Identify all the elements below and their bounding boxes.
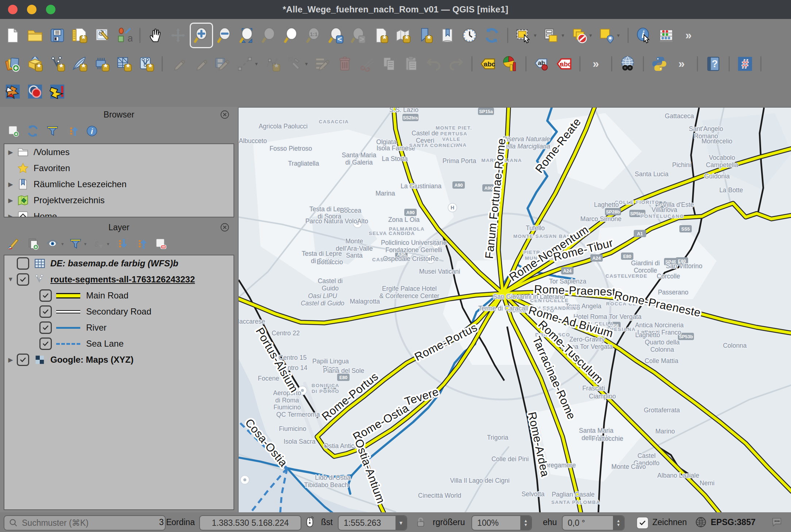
statistical-summary-button[interactable] bbox=[656, 24, 677, 47]
disclosure-arrow-icon[interactable]: ▼ bbox=[4, 276, 17, 283]
legend-item-sea-lane[interactable]: Sea Lane bbox=[4, 336, 234, 352]
layer-item-route-segments-all-1763126243232[interactable]: ▼route-segments-all-1763126243232 bbox=[4, 271, 234, 288]
browser-item--volumes[interactable]: ▶/Volumes bbox=[4, 144, 234, 160]
zoom-full-button[interactable] bbox=[236, 24, 258, 47]
pan-map-button[interactable] bbox=[145, 24, 166, 47]
manage-map-themes-button[interactable] bbox=[45, 236, 61, 252]
deselect-features-dropdown-arrow[interactable]: ▾ bbox=[589, 24, 595, 47]
rotation-spinbox[interactable]: 0,0 ° ▲▼ bbox=[562, 515, 625, 531]
layer-labeling-options-button[interactable]: abc bbox=[477, 52, 498, 76]
data-source-manager-button[interactable] bbox=[2, 52, 23, 76]
map-canvas[interactable]: SS2bisSP15aA90A90A90A90A24A24E80A1SP28bS… bbox=[238, 107, 791, 513]
render-checkbox[interactable] bbox=[636, 517, 649, 529]
magnifier-spinbox[interactable]: 100% ▲▼ bbox=[471, 515, 532, 531]
toolbar-overflow-button[interactable]: » bbox=[678, 24, 699, 47]
plugins-overflow-button[interactable]: » bbox=[671, 52, 692, 76]
zoom-last-button[interactable]: < bbox=[325, 24, 347, 47]
python-console-button[interactable] bbox=[649, 52, 670, 76]
messages-icon[interactable] bbox=[771, 516, 783, 528]
show-spatial-bookmarks-button[interactable]: * bbox=[392, 24, 413, 47]
plugin-shape-digitizing-button[interactable] bbox=[2, 80, 23, 103]
close-window-button[interactable] bbox=[8, 5, 18, 14]
browser-filter-button[interactable] bbox=[45, 123, 61, 139]
legend-item-main-road[interactable]: Main Road bbox=[4, 288, 234, 304]
select-features-dropdown-arrow[interactable]: ▾ bbox=[534, 24, 540, 47]
scale-lock-icon[interactable] bbox=[414, 516, 427, 528]
filter-legend-button[interactable] bbox=[67, 236, 84, 252]
metasearch-button[interactable] bbox=[617, 52, 638, 76]
browser-item-r-umliche-lesezeichen[interactable]: ▶Räumliche Lesezeichen bbox=[4, 176, 234, 192]
legend-visibility-checkbox[interactable] bbox=[39, 305, 52, 318]
manage-map-themes-dropdown-arrow[interactable]: ▾ bbox=[61, 241, 64, 247]
legend-visibility-checkbox[interactable] bbox=[39, 289, 52, 302]
open-layer-styling-button[interactable] bbox=[5, 236, 21, 252]
legend-item-river[interactable]: River bbox=[4, 320, 234, 336]
browser-item-projektverzeichnis[interactable]: ▶Projektverzeichnis bbox=[4, 192, 234, 208]
bookmark-manager-button[interactable]: * bbox=[414, 24, 436, 47]
filter-by-expression-button[interactable]: ε bbox=[90, 236, 106, 252]
new-spatial-bookmark-button[interactable]: * bbox=[370, 24, 391, 47]
add-group-button[interactable] bbox=[25, 236, 41, 252]
layer-item-google-maps-xyz-[interactable]: ▶Google: Maps (XYZ) bbox=[4, 352, 234, 368]
layers-close-icon[interactable] bbox=[220, 222, 230, 232]
layer-visibility-checkbox[interactable] bbox=[17, 257, 29, 270]
rotation-spinner-buttons[interactable]: ▲▼ bbox=[613, 516, 624, 530]
plugin-set-theory-button[interactable] bbox=[24, 80, 46, 103]
select-by-location-button[interactable] bbox=[596, 24, 617, 47]
pin-labels-button[interactable]: ab bbox=[531, 52, 552, 76]
new-spatialite-layer-button[interactable]: * bbox=[69, 52, 90, 76]
disclosure-arrow-icon[interactable]: ▶ bbox=[4, 149, 17, 156]
magnifier-spinner-buttons[interactable]: ▲▼ bbox=[520, 516, 531, 530]
legend-item-secondary-road[interactable]: Secondary Road bbox=[4, 304, 234, 320]
select-features-button[interactable] bbox=[513, 24, 534, 47]
new-temporary-scratch-layer-button[interactable]: * bbox=[91, 52, 112, 76]
disclosure-arrow-icon[interactable]: ▶ bbox=[4, 181, 17, 188]
select-features-by-value-button[interactable] bbox=[541, 24, 562, 47]
disclosure-arrow-icon[interactable]: ▶ bbox=[4, 213, 17, 218]
select-features-by-value-dropdown-arrow[interactable]: ▾ bbox=[562, 24, 567, 47]
filter-legend-dropdown-arrow[interactable]: ▾ bbox=[84, 241, 87, 247]
plugin-star-flash-button[interactable] bbox=[47, 80, 68, 103]
zoom-out-button[interactable] bbox=[214, 24, 235, 47]
browser-add-selected-layers-button[interactable] bbox=[5, 123, 21, 139]
identify-features-button[interactable]: i bbox=[633, 24, 655, 47]
browser-collapse-all-button[interactable] bbox=[64, 123, 80, 139]
disclosure-arrow-icon[interactable]: ▶ bbox=[4, 197, 17, 204]
legend-visibility-checkbox[interactable] bbox=[39, 321, 52, 334]
style-manager-button[interactable]: a bbox=[113, 24, 135, 47]
zoom-window-button[interactable] bbox=[46, 5, 55, 14]
legend-visibility-checkbox[interactable] bbox=[39, 338, 52, 350]
browser-refresh-button[interactable] bbox=[25, 123, 41, 139]
show-bookmarks-panel-button[interactable] bbox=[437, 24, 458, 47]
layer-diagram-options-button[interactable] bbox=[499, 52, 521, 76]
layer-item-de-basemap-de-farbig-wfs-b[interactable]: DE: basemap.de farbig (WFS)b bbox=[4, 255, 234, 271]
new-print-layout-button[interactable]: * bbox=[69, 24, 90, 47]
browser-item-home[interactable]: ▶Home bbox=[4, 208, 234, 217]
select-by-location-dropdown-arrow[interactable]: ▾ bbox=[617, 24, 623, 47]
show-layout-manager-button[interactable] bbox=[91, 24, 112, 47]
help-contents-button[interactable]: ? bbox=[703, 52, 724, 76]
highlight-unplaced-labels-button[interactable]: abc bbox=[553, 52, 575, 76]
new-virtual-layer-button[interactable]: * bbox=[136, 52, 157, 76]
digitize-with-segment-dropdown-arrow[interactable]: ▾ bbox=[255, 52, 261, 76]
new-shapefile-layer-button[interactable]: * bbox=[47, 52, 68, 76]
disclosure-arrow-icon[interactable]: ▶ bbox=[4, 356, 17, 364]
new-raster-layer-button[interactable]: * bbox=[113, 52, 135, 76]
minimize-window-button[interactable] bbox=[27, 5, 36, 14]
coordinate-field[interactable]: 1.383.530 5.168.224 bbox=[199, 515, 301, 531]
project-save-button[interactable] bbox=[47, 24, 68, 47]
browser-close-icon[interactable] bbox=[220, 109, 230, 120]
collapse-all-button[interactable] bbox=[133, 236, 149, 252]
temporal-controller-button[interactable] bbox=[459, 24, 480, 47]
project-new-button[interactable] bbox=[2, 24, 23, 47]
expand-all-button[interactable] bbox=[113, 236, 129, 252]
filter-by-expression-dropdown-arrow[interactable]: ▾ bbox=[107, 241, 109, 247]
zoom-in-button[interactable] bbox=[190, 23, 213, 48]
project-open-button[interactable] bbox=[24, 24, 46, 47]
scale-dropdown-arrow[interactable]: ▼ bbox=[396, 516, 406, 530]
advanced-digitizing-dropdown-arrow[interactable]: ▾ bbox=[305, 52, 311, 76]
mouse-extents-icon[interactable] bbox=[304, 516, 316, 528]
crs-globe-icon[interactable] bbox=[695, 516, 707, 528]
layer-visibility-checkbox[interactable] bbox=[17, 273, 29, 286]
zoom-to-layer-button[interactable] bbox=[281, 24, 302, 47]
